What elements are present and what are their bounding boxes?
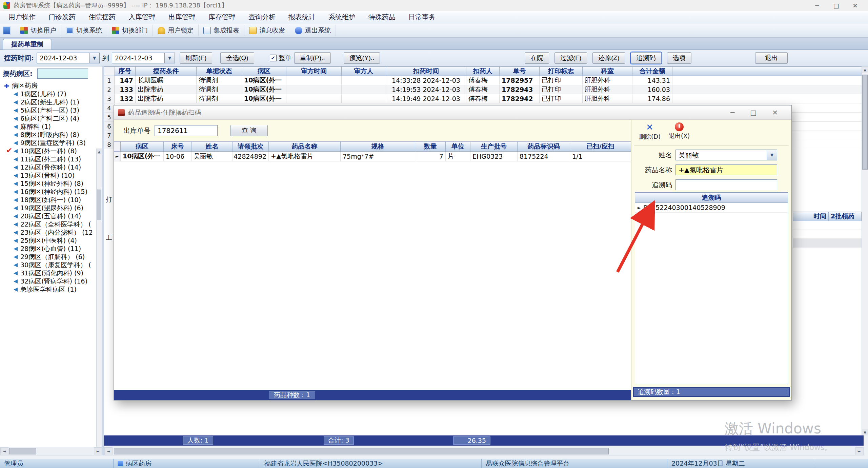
tree-item-ward[interactable]: ✔ 15病区(神经外科) (8) <box>0 180 102 188</box>
tree-root-pharmacy[interactable]: ✚ 病区药房 <box>0 81 102 90</box>
menu-item[interactable]: 出库管理 <box>162 11 202 23</box>
dialog-maximize-button[interactable]: □ <box>750 109 756 117</box>
tree-item-ward[interactable]: ✔ 23病区（内分泌科） (12 <box>0 229 102 237</box>
menu-item[interactable]: 查询分析 <box>242 11 282 23</box>
scrollbar-thumb[interactable] <box>862 75 868 170</box>
table-row[interactable]: 2 133 出院带药 待调剂 10病区(外一 14:19:53 2024-12-… <box>104 85 868 94</box>
scroll-left-icon[interactable]: ◄ <box>0 447 8 455</box>
minimize-button[interactable]: ─ <box>808 0 827 11</box>
patient-name-select[interactable]: 吴丽敏 ▼ <box>675 150 777 160</box>
menu-item[interactable]: 库存管理 <box>202 11 242 23</box>
query-button[interactable]: 查 询 <box>230 125 268 136</box>
trace-code-button[interactable]: 追溯码 <box>631 52 662 64</box>
tree-item-ward[interactable]: ✔ 10病区(外一科) (8) <box>0 147 102 155</box>
menu-item[interactable]: 报表统计 <box>282 11 322 23</box>
row-number: 4 <box>104 103 115 112</box>
trace-code-panel: ✕ 删除(D) 退出(X) 姓名 吴丽敏 ▼ 药品名称 <box>631 120 791 400</box>
menu-item[interactable]: 特殊药品 <box>362 11 402 23</box>
sidebar-horizontal-scrollbar[interactable]: ◄ ► <box>0 447 102 455</box>
tree-item-ward[interactable]: ✔ 9病区(重症医学科) (3) <box>0 139 102 147</box>
menu-item[interactable]: 用户操作 <box>2 11 42 23</box>
tree-item-ward[interactable]: ✔ 22病区（全科医学科） ( <box>0 220 102 229</box>
tree-item-ward[interactable]: ✔ 急诊医学科病区 (1) <box>0 286 102 294</box>
dialog-grid-row[interactable]: ► 10病区(外一 10-06 吴丽敏 42824892 +▲氯吡格雷片 75m… <box>114 152 631 161</box>
ward-search-input[interactable] <box>37 69 88 79</box>
tree-item-ward[interactable]: ✔ 16病区(神经内科) (15) <box>0 188 102 196</box>
tree-item-ward[interactable]: ✔ 2病区(新生儿科) (1) <box>0 98 102 106</box>
tree-item-ward[interactable]: ✔ 1病区(儿科) (7) <box>0 90 102 98</box>
toolbar-button[interactable]: 消息收发 <box>244 25 290 36</box>
tree-item-ward[interactable]: ✔ 麻醉科 (1) <box>0 123 102 131</box>
menu-item[interactable]: 住院摆药 <box>82 11 122 23</box>
tree-item-ward[interactable]: ✔ 30病区（康复医学科） ( <box>0 261 102 269</box>
toolbar-button[interactable]: 切换部门 <box>107 25 153 36</box>
toolbar-button[interactable]: 退出系统 <box>290 25 336 36</box>
scroll-right-icon[interactable]: ► <box>94 447 102 455</box>
tree-item-ward[interactable]: ✔ 5病区(产科一区) (3) <box>0 106 102 115</box>
chevron-down-icon[interactable]: ▼ <box>767 150 777 160</box>
filter-button[interactable]: 过滤(F) <box>554 52 587 64</box>
scrollbar-thumb[interactable] <box>9 448 36 454</box>
toolbar-button[interactable]: 切换系统 <box>61 25 107 36</box>
main-horizontal-scrollbar[interactable]: ◄ ► <box>104 447 864 455</box>
exit-button[interactable]: 退出 <box>755 52 788 64</box>
toolbar-button[interactable]: 集成报表 <box>199 25 244 36</box>
dialog-minimize-button[interactable]: ─ <box>730 109 734 117</box>
tree-item-ward[interactable]: ✔ 11病区(外二科) (13) <box>0 155 102 163</box>
toolbar-button[interactable]: 切换用户 <box>16 25 61 36</box>
col-header: 请领批次 <box>233 142 269 151</box>
close-button[interactable]: ✕ <box>846 0 865 11</box>
menu-item[interactable]: 入库管理 <box>122 11 162 23</box>
select-all-button[interactable]: 全选(Q) <box>220 52 254 64</box>
row-number: 1 <box>104 76 115 85</box>
whole-order-checkbox[interactable]: ✔ <box>270 55 277 61</box>
tree-item-ward[interactable]: ✔ 25病区(中医科) (4) <box>0 237 102 245</box>
table-row[interactable]: 3 132 出院带药 待调剂 10病区(外一 14:19:49 2024-12-… <box>104 94 868 103</box>
dialog-close-button[interactable]: ✕ <box>772 109 778 117</box>
toolbar-button[interactable]: 用户锁定 <box>153 25 199 36</box>
restore-button[interactable]: 还原(Z) <box>592 52 625 64</box>
panel-exit-button[interactable]: 退出(X) <box>669 122 690 140</box>
date-to-picker[interactable]: 2024-12-03 ▼ <box>112 53 175 63</box>
delete-button[interactable]: ✕ 删除(D) <box>639 122 661 141</box>
tree-item-ward[interactable]: ✔ 6病区(产科二区) (4) <box>0 115 102 123</box>
refresh-button[interactable]: 刷新(F) <box>180 52 212 64</box>
drug-name-field[interactable] <box>675 164 777 175</box>
sidebar-vertical-scrollbar[interactable]: ▲ <box>96 149 102 447</box>
tree-item-ward[interactable]: ✔ 12病区(骨伤科) (14) <box>0 163 102 172</box>
menu-item[interactable]: 日常事务 <box>402 11 442 23</box>
menu-item[interactable]: 门诊发药 <box>42 11 82 23</box>
tree-item-ward[interactable]: ✔ 29病区（肛肠科） (6) <box>0 253 102 261</box>
scroll-down-icon[interactable]: ▼ <box>862 429 868 435</box>
chevron-down-icon[interactable]: ▼ <box>164 53 175 63</box>
scroll-left-icon[interactable]: ◄ <box>104 447 113 455</box>
date-from-picker[interactable]: 2024-12-03 ▼ <box>37 53 100 63</box>
trace-code-row[interactable]: ► 81752240300140528909 <box>635 203 788 213</box>
main-vertical-scrollbar[interactable]: ▲ ▼ <box>862 66 868 435</box>
tree-item-ward[interactable]: ✔ 13病区(骨科) (10) <box>0 172 102 180</box>
in-hospital-button[interactable]: 在院 <box>525 52 549 64</box>
chevron-down-icon[interactable]: ▼ <box>89 53 99 63</box>
scrollbar-thumb[interactable] <box>97 190 101 220</box>
scroll-up-icon[interactable]: ▲ <box>862 66 868 73</box>
preview-button[interactable]: 预览(Y).. <box>344 52 380 64</box>
tree-item-ward[interactable]: ✔ 20病区(五官科) (14) <box>0 212 102 220</box>
scrollbar-thumb[interactable] <box>114 448 609 454</box>
outbound-order-input[interactable] <box>155 125 218 136</box>
tree-item-ward[interactable]: ✔ 8病区(呼吸内科) (8) <box>0 131 102 139</box>
maximize-button[interactable]: □ <box>827 0 846 11</box>
remake-button[interactable]: 重制(P).. <box>294 52 331 64</box>
table-row[interactable]: 1 147 长期医嘱 待调剂 10病区(外一 14:33:28 2024-12-… <box>104 76 868 85</box>
tree-item-ward[interactable]: ✔ 18病区(妇科一) (10) <box>0 196 102 204</box>
scroll-right-icon[interactable]: ► <box>855 447 863 455</box>
trace-code-input[interactable] <box>675 179 777 190</box>
tab-remake-dispensing-sheet[interactable]: 摆药单重制 <box>3 39 52 50</box>
tree-item-ward[interactable]: ✔ 31病区(消化内科) (9) <box>0 269 102 277</box>
options-button[interactable]: 选项 <box>667 52 691 64</box>
tree-item-label: 23病区（内分泌科） (12 <box>20 228 93 237</box>
tree-item-ward[interactable]: ✔ 19病区(泌尿外科) (6) <box>0 204 102 212</box>
tree-item-ward[interactable]: ✔ 28病区(心血管) (11) <box>0 245 102 253</box>
menu-item[interactable]: 系统维护 <box>322 11 362 23</box>
scroll-up-icon[interactable]: ▲ <box>97 149 102 154</box>
tree-item-ward[interactable]: ✔ 32病区(肾病学科) (16) <box>0 277 102 286</box>
